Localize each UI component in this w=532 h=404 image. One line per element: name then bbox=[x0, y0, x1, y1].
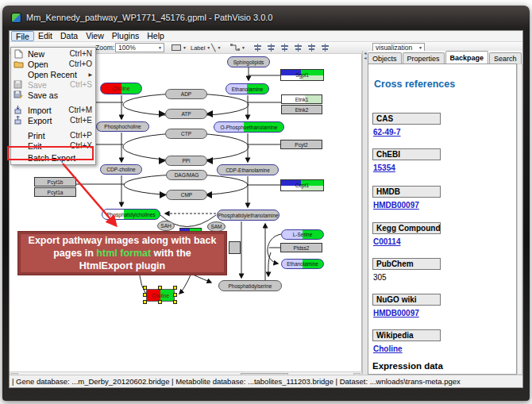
tab-search[interactable]: Search bbox=[489, 52, 522, 63]
pathway-node-phosphatidylethanolamine[interactable]: Phosphatidylethanolamine bbox=[217, 210, 279, 221]
xref-link[interactable]: Choline bbox=[373, 344, 403, 353]
gene-box[interactable] bbox=[229, 241, 241, 254]
pathway-node-atp[interactable]: ATP bbox=[165, 109, 207, 119]
window-title: Mm_Kennedy_pathway_WP1771_45176.gpml - P… bbox=[26, 13, 272, 22]
pathway-node-adp[interactable]: ADP bbox=[165, 89, 207, 99]
file-menu: NewCtrl+NOpenCtrl+OOpen Recent▶SaveCtrl+… bbox=[10, 47, 96, 165]
selection-handle[interactable] bbox=[143, 286, 147, 290]
cross-references-heading: Cross references bbox=[374, 79, 455, 90]
xref-link[interactable]: C00114 bbox=[373, 237, 400, 246]
panel-splitter[interactable]: ◄◄ bbox=[362, 51, 368, 375]
menu-item-save-as[interactable]: Save as bbox=[11, 90, 95, 100]
new-icon bbox=[13, 49, 25, 58]
menubar-item-help[interactable]: Help bbox=[143, 31, 168, 41]
tab-legend[interactable]: Legend bbox=[522, 52, 523, 63]
pathway-node-ctp[interactable]: CTP bbox=[165, 129, 207, 139]
xref-section-chebi: ChEBI bbox=[372, 148, 441, 160]
menu-item-label: Batch Export bbox=[28, 153, 75, 163]
menu-item-new[interactable]: NewCtrl+N bbox=[11, 48, 95, 59]
xref-link[interactable]: 15354 bbox=[373, 164, 395, 172]
selection-handle[interactable] bbox=[173, 300, 177, 304]
spacer bbox=[13, 131, 25, 140]
menu-item-label: Save bbox=[28, 80, 47, 90]
gene-box-sgpl1[interactable]: Sgpl1 bbox=[280, 69, 324, 81]
chevron-down-icon: ▼ bbox=[181, 45, 188, 50]
menu-item-export[interactable]: ExportCtrl+E bbox=[11, 115, 95, 125]
xref-link[interactable]: HMDB00097 bbox=[373, 201, 419, 210]
tab-objects[interactable]: Objects bbox=[368, 52, 402, 63]
app-window: Mm_Kennedy_pathway_WP1771_45176.gpml - P… bbox=[2, 6, 530, 401]
gene-box-cept1[interactable]: Cept1 bbox=[280, 179, 324, 191]
pathway-node-ethanolamine[interactable]: Ethanolamine bbox=[226, 83, 269, 94]
open-icon bbox=[13, 60, 25, 68]
add-gene-product-button[interactable]: ▼ bbox=[170, 43, 190, 52]
distribute-vertical-icon[interactable] bbox=[294, 44, 303, 52]
gene-box-etnk2[interactable]: Etnk2 bbox=[281, 105, 322, 114]
align-left-icon[interactable] bbox=[321, 44, 330, 52]
spacer bbox=[13, 153, 25, 162]
xref-value: 305 bbox=[373, 273, 387, 282]
menu-item-label: Open bbox=[28, 60, 48, 69]
pathway-node-ethanolamine[interactable]: Ethanolamine bbox=[281, 259, 324, 269]
pathway-node-phosphatidylserine[interactable]: Phosphatidylserine bbox=[218, 280, 282, 291]
pathway-node-sah[interactable]: SAH bbox=[157, 221, 175, 231]
xref-section-kegg-compound: Kegg Compound bbox=[372, 222, 441, 234]
selection-handle[interactable] bbox=[158, 300, 162, 304]
xref-link[interactable]: HMDB00097 bbox=[373, 309, 419, 317]
side-panel: ObjectsPropertiesBackpageSearchLegend Cr… bbox=[368, 51, 522, 375]
pathway-node-cdp-ethanolamine[interactable]: CDP-Ethanolamine bbox=[217, 164, 279, 175]
pathway-node-phosphocholine[interactable]: Phosphocholine bbox=[96, 121, 149, 132]
gene-box[interactable] bbox=[179, 228, 202, 233]
pathway-node-ppi[interactable]: PPi bbox=[165, 156, 207, 166]
panel-scrollbar[interactable] bbox=[517, 63, 522, 375]
pathway-node-sam[interactable]: SAM bbox=[207, 221, 226, 232]
menubar-item-file[interactable]: File bbox=[11, 31, 34, 41]
menu-item-batch-export[interactable]: Batch Export bbox=[11, 152, 95, 163]
menu-item-save[interactable]: SaveCtrl+S bbox=[11, 79, 95, 90]
menubar-item-view[interactable]: View bbox=[82, 31, 108, 41]
zoom-combobox[interactable]: 100%▼ bbox=[115, 43, 164, 52]
xref-link[interactable]: 62-49-7 bbox=[373, 128, 400, 137]
selection-handle[interactable] bbox=[158, 286, 162, 290]
tab-backpage[interactable]: Backpage bbox=[445, 51, 489, 63]
menu-item-exit[interactable]: ExitCtrl+X bbox=[11, 140, 95, 151]
menu-item-label: Import bbox=[28, 106, 52, 115]
connector-tool-button[interactable]: ▼ bbox=[229, 43, 249, 52]
collapse-panel-icon[interactable]: ◄◄ bbox=[364, 51, 368, 60]
pathway-node-cdp-choline[interactable]: CDP-choline bbox=[100, 164, 142, 175]
line-tool-button[interactable]: ╲▼ bbox=[210, 43, 224, 52]
menubar-item-data[interactable]: Data bbox=[56, 31, 82, 41]
pathway-node-phosphatidylcholines[interactable]: Phosphatidylcholines bbox=[102, 209, 160, 220]
gene-box-ptdss2[interactable]: Ptdss2 bbox=[280, 243, 322, 252]
submenu-arrow-icon: ▶ bbox=[88, 71, 92, 77]
menubar-item-edit[interactable]: Edit bbox=[34, 31, 56, 41]
selection-handle[interactable] bbox=[173, 293, 177, 297]
align-top-icon[interactable] bbox=[307, 44, 316, 52]
pathway-node-l-serine[interactable]: L-Serine bbox=[281, 229, 324, 240]
gene-box-pcyt2[interactable]: Pcyt2 bbox=[280, 140, 322, 149]
xref-section-pubchem: PubChem bbox=[372, 258, 441, 270]
menu-item-import[interactable]: ImportCtrl+M bbox=[11, 105, 95, 115]
gene-box-pcyt1b[interactable]: Pcyt1b bbox=[34, 177, 76, 187]
pathway-node-sphingolipids[interactable]: Sphingolipids bbox=[227, 56, 270, 67]
xref-section-wikipedia: Wikipedia bbox=[372, 329, 441, 341]
menu-shortcut: Ctrl+N bbox=[69, 49, 92, 58]
menu-shortcut: Ctrl+S bbox=[70, 80, 92, 89]
pathway-node-choline[interactable]: Choline bbox=[100, 83, 142, 94]
menu-item-open-recent[interactable]: Open Recent▶ bbox=[11, 69, 95, 79]
selection-handle[interactable] bbox=[143, 293, 147, 297]
align-center-x-icon[interactable] bbox=[253, 44, 262, 52]
pathway-node-dag-mag[interactable]: DAG/MAG bbox=[166, 170, 207, 180]
distribute-horizontal-icon[interactable] bbox=[280, 44, 289, 52]
pathway-node-cmp[interactable]: CMP bbox=[166, 190, 207, 200]
align-center-y-icon[interactable] bbox=[267, 44, 276, 52]
tab-properties[interactable]: Properties bbox=[403, 52, 445, 63]
menubar-item-plugins[interactable]: Plugins bbox=[108, 31, 143, 41]
selection-handle[interactable] bbox=[173, 286, 177, 290]
selection-handle[interactable] bbox=[143, 300, 147, 304]
menu-item-print[interactable]: PrintCtrl+P bbox=[11, 130, 95, 140]
gene-box-etnk1[interactable]: Etnk1 bbox=[281, 94, 322, 104]
gene-box-pcyt1a[interactable]: Pcyt1a bbox=[34, 187, 76, 197]
pathway-node-o-phosphoethanolamine[interactable]: O-Phosphoethanolamine bbox=[214, 121, 284, 133]
menu-item-open[interactable]: OpenCtrl+O bbox=[11, 59, 95, 69]
